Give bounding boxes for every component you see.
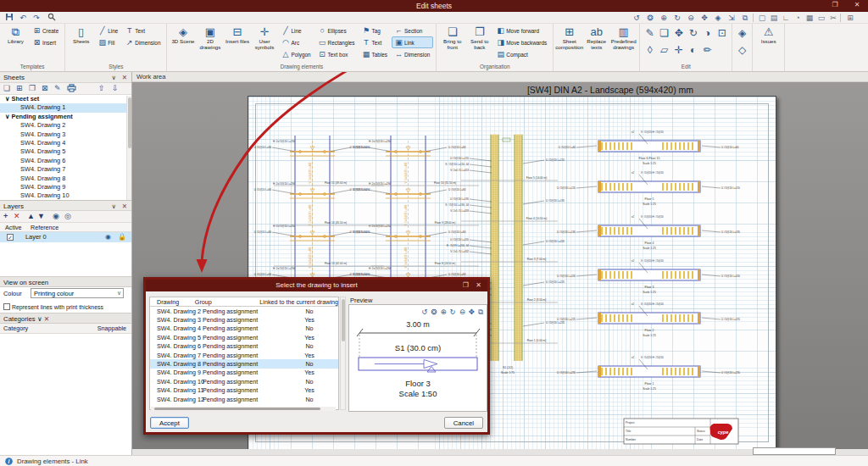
delete-sheet-icon[interactable]: ⊠ [42, 84, 48, 92]
3d-scene-icon[interactable]: ◈3D Scene [170, 25, 196, 45]
table-row-sw4-drawing-11[interactable]: SW4. Drawing 11Pending assignmentYes [150, 386, 338, 395]
add-layer-icon[interactable]: + [3, 212, 8, 220]
predefined-drawings-icon[interactable]: ▥Predefined drawings [610, 25, 637, 50]
edit-tool-icon[interactable]: ◇ [737, 44, 748, 56]
insert-button[interactable]: ⊠Insert [30, 36, 62, 48]
preview-tool-icon[interactable]: ↻ [450, 308, 456, 317]
view-tool-icon[interactable]: ✥ [698, 13, 710, 23]
sheets-style-icon[interactable]: ▯Sheets [68, 25, 94, 45]
view-tool-icon[interactable]: ❂ [644, 13, 656, 23]
polygon-button[interactable]: △Polygon [278, 48, 314, 60]
edit-tool-icon[interactable]: ✏ [702, 44, 713, 56]
accept-button[interactable]: Accept [150, 417, 189, 429]
window-tool-icon[interactable]: ▦ [804, 13, 815, 23]
view-tool-icon[interactable]: ⧉ [739, 13, 751, 23]
window-tool-icon[interactable]: ▢ [756, 13, 768, 23]
dialog-close-icon[interactable]: ✕ [476, 281, 481, 289]
layer-active-checkbox[interactable]: ✓ [7, 234, 14, 241]
edit-tool-icon[interactable]: ◑ [702, 27, 713, 39]
table-row-sw4-drawing-9[interactable]: SW4. Drawing 9Pending assignmentYes [150, 369, 338, 377]
replace-texts-icon[interactable]: abReplace texts [583, 25, 609, 50]
table-row-sw4-drawing-3[interactable]: SW4. Drawing 3Pending assignmentYes [150, 315, 338, 324]
window-tool-icon[interactable]: ∟ [780, 13, 792, 23]
table-row-sw4-drawing-5[interactable]: SW4. Drawing 5Pending assignmentYes [150, 333, 338, 341]
tree-item-sw4-drawing-10[interactable]: SW4. Drawing 10 [0, 191, 131, 200]
layer-up-icon[interactable]: ▲ [27, 212, 35, 220]
tree-item-sw4-drawing-7[interactable]: SW4. Drawing 7 [0, 165, 131, 174]
view-tool-icon[interactable]: ⊕ [658, 13, 670, 23]
edit-tool-icon[interactable]: ✥ [673, 27, 684, 39]
edit-tool-icon[interactable]: ❏ [659, 27, 670, 39]
tag-button[interactable]: ⚑Tag [359, 25, 391, 36]
table-row-sw4-drawing-7[interactable]: SW4. Drawing 7Pending assignmentYes [150, 351, 338, 359]
text-button[interactable]: TText [122, 25, 164, 36]
tree-group[interactable]: ∨ Pending assignment [0, 113, 131, 121]
new-sheet-icon[interactable]: ❏ [3, 84, 10, 92]
close-button[interactable]: ✕ [848, 1, 866, 11]
preview-tool-icon[interactable]: ↺ [421, 308, 427, 317]
tree-item-sw4-drawing-5[interactable]: SW4. Drawing 5 [0, 147, 131, 156]
text-button[interactable]: TText [359, 36, 391, 48]
rectangles-button[interactable]: ▭Rectangles [315, 36, 359, 48]
move-forward-button[interactable]: ◧Move forward [493, 25, 550, 36]
layer-lock-icon[interactable]: 🔒 [118, 232, 126, 242]
zoom-icon[interactable] [46, 13, 58, 23]
window-tool-icon[interactable]: ▭ [815, 13, 827, 23]
dimension-button[interactable]: ↗Dimension [122, 36, 164, 48]
redo-icon[interactable]: ↷ [31, 13, 42, 23]
sheet-composition-icon[interactable]: ⊞Sheet composition [556, 25, 582, 50]
window-tool-icon[interactable]: ✂ [827, 13, 839, 23]
undo-icon[interactable]: ↶ [17, 13, 29, 23]
tree-item-sw4-drawing-8[interactable]: SW4. Drawing 8 [0, 175, 131, 183]
window-tool-icon[interactable]: ◔ [792, 13, 804, 23]
section-button[interactable]: ⌐Section [392, 25, 433, 36]
link-button[interactable]: ▣Link [392, 36, 433, 48]
show-all-layers-icon[interactable]: ◉ [53, 212, 59, 220]
print-sheet-icon[interactable] [67, 84, 76, 94]
edit-tool-icon[interactable]: ▱ [659, 44, 670, 56]
move-backwards-button[interactable]: ◨Move backwards [493, 36, 550, 48]
preview-tool-icon[interactable]: ⊖ [459, 308, 465, 317]
preview-tool-icon[interactable]: ✥ [469, 308, 475, 317]
layer-visible-icon[interactable]: ◉ [105, 232, 111, 242]
line-button[interactable]: ╱Line [278, 25, 314, 36]
insert-files-icon[interactable]: ⊟Insert files [224, 25, 250, 45]
edit-tool-icon[interactable]: ◐ [687, 44, 698, 56]
tree-item-sw4-drawing-4[interactable]: SW4. Drawing 4 [0, 139, 131, 147]
ellipses-button[interactable]: ○Ellipses [315, 25, 359, 36]
compact-button[interactable]: ▤Compact [493, 48, 550, 60]
hide-all-layers-icon[interactable]: ◎ [64, 212, 71, 220]
edit-tool-icon[interactable]: ◊ [644, 44, 655, 56]
arc-button[interactable]: ◠Arc [278, 36, 314, 48]
window-tool-icon[interactable]: ▤ [768, 13, 780, 23]
table-hscrollbar[interactable] [151, 407, 336, 411]
collapse-icon[interactable]: ∨ [112, 202, 117, 210]
view-tool-icon[interactable]: ⊖ [685, 13, 697, 23]
table-row-sw4-drawing-4[interactable]: SW4. Drawing 4Pending assignmentNo [150, 325, 338, 333]
colour-select[interactable]: Printing colour∨ [31, 288, 124, 298]
collapse-icon[interactable]: ∨ [112, 74, 117, 81]
save-icon[interactable] [3, 13, 15, 23]
edit-tool-icon[interactable]: ↻ [687, 27, 698, 39]
table-row-sw4-drawing-6[interactable]: SW4. Drawing 6Pending assignmentNo [150, 342, 338, 351]
close-panel-icon[interactable]: ✕ [44, 315, 50, 323]
dimension-button[interactable]: ↔Dimension [392, 48, 433, 60]
close-panel-icon[interactable]: ✕ [122, 202, 127, 210]
restore-button[interactable]: ❐ [826, 1, 844, 11]
edit-tool-icon[interactable]: ⊡ [716, 27, 727, 39]
text-box-button[interactable]: ⊡Text box [315, 48, 359, 60]
layer-down-icon[interactable]: ▼ [37, 212, 45, 220]
delete-layer-icon[interactable]: ✕ [14, 212, 20, 220]
collapse-icon[interactable]: ∨ [37, 315, 42, 323]
layout-icon[interactable]: ⊞ [844, 13, 856, 23]
table-vscrollbar[interactable] [340, 297, 346, 410]
table-row-sw4-drawing-12[interactable]: SW4. Drawing 12Pending assignmentNo [150, 395, 338, 403]
2d-drawings-icon[interactable]: ▣2D drawings [197, 25, 223, 50]
tree-item-sw4-drawing-2[interactable]: SW4. Drawing 2 [0, 121, 131, 130]
send-to-back-icon[interactable]: ❐Send to back [466, 25, 492, 50]
edit-tool-icon[interactable]: ✛ [673, 44, 684, 56]
sheets-scrollbar[interactable] [126, 96, 131, 201]
table-row-sw4-drawing-2[interactable]: SW4. Drawing 2Pending assignmentNo [150, 307, 338, 315]
tree-item-sw4-drawing-9[interactable]: SW4. Drawing 9 [0, 183, 131, 191]
thickness-checkbox[interactable] [3, 303, 10, 310]
